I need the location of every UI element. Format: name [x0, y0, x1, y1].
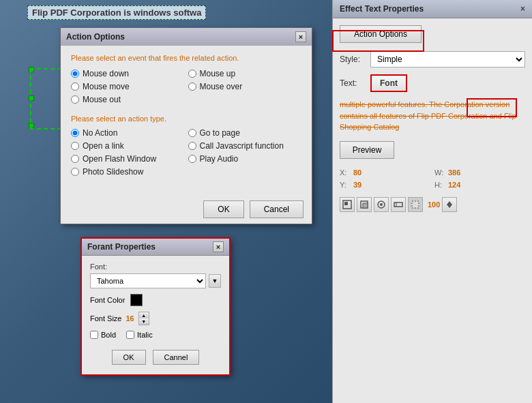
toolbar-row: 100	[340, 197, 525, 212]
italic-label: Italic	[137, 331, 153, 339]
style-select[interactable]: Simple	[370, 51, 525, 68]
event-mouse-out-radio[interactable]	[71, 95, 79, 104]
action-go-to-page-radio[interactable]	[188, 129, 196, 137]
event-radio-group: Mouse down Mouse up Mouse move Mouse ove…	[71, 69, 301, 104]
svg-marker-9	[447, 201, 452, 205]
action-play-audio-radio[interactable]	[188, 155, 196, 163]
font-ok-button[interactable]: OK	[112, 350, 146, 365]
action-no-action-radio[interactable]	[71, 129, 79, 137]
action-go-to-page-label: Go to page	[200, 128, 240, 138]
right-panel-close[interactable]: ×	[520, 4, 525, 14]
action-dialog-footer: OK Cancel	[61, 195, 312, 224]
font-size-row: Font Size 16 ▲ ▼	[90, 312, 221, 325]
action-play-audio-label: Play Audio	[200, 154, 239, 164]
toolbar-btn-4[interactable]	[391, 197, 406, 212]
event-mouse-up-label: Mouse up	[200, 69, 236, 78]
font-cancel-button[interactable]: Cannel	[153, 350, 200, 365]
style-row: Style: Simple	[340, 51, 525, 68]
event-mouse-down-radio[interactable]	[71, 70, 79, 78]
event-mouse-down[interactable]: Mouse down	[71, 69, 185, 78]
italic-checkbox-item[interactable]: Italic	[126, 331, 153, 339]
action-open-link[interactable]: Open a link	[71, 141, 185, 151]
font-color-swatch[interactable]	[130, 294, 143, 306]
event-mouse-out[interactable]: Mouse out	[71, 95, 185, 104]
action-ok-button[interactable]: OK	[203, 200, 243, 218]
action-dialog-close[interactable]: ×	[295, 31, 306, 42]
text-label: Text:	[340, 78, 370, 88]
toolbar-btn-2[interactable]	[357, 197, 372, 212]
svg-point-5	[380, 203, 383, 206]
action-options-dialog: Action Options × Please select an event …	[60, 27, 312, 224]
font-color-label: Font Color	[90, 296, 125, 304]
font-properties-dialog: Forant Properties × Font: Tahoma ▼ Font …	[80, 237, 231, 376]
opacity-spinner[interactable]	[442, 197, 457, 212]
action-play-audio[interactable]: Play Audio	[188, 154, 302, 164]
action-open-flash[interactable]: Open Flash Window	[71, 154, 185, 164]
action-radio-group: No Action Go to page Open a link Call Ja…	[71, 128, 301, 177]
action-dialog-title: Action Options	[66, 32, 125, 42]
action-photo-slideshow-radio[interactable]	[71, 168, 79, 176]
bold-checkbox[interactable]	[90, 331, 98, 339]
action-instruction-2: Please select an action type.	[71, 115, 301, 123]
event-mouse-up-radio[interactable]	[188, 70, 196, 78]
font-size-spinner[interactable]: ▲ ▼	[138, 312, 149, 325]
svg-rect-6	[394, 203, 402, 207]
right-panel-titlebar: Effect Text Properties ×	[333, 0, 532, 18]
spinner-up[interactable]: ▲	[139, 312, 149, 318]
italic-checkbox[interactable]	[126, 331, 134, 339]
h-row: H: 124	[434, 181, 525, 189]
toolbar-btn-5[interactable]	[408, 197, 423, 212]
y-row: Y: 39	[340, 181, 430, 189]
font-field-label: Font:	[90, 263, 221, 271]
preview-button[interactable]: Preview	[340, 141, 394, 159]
h-value: 124	[448, 181, 460, 189]
action-call-javascript-radio[interactable]	[188, 142, 196, 150]
style-label: Style:	[340, 55, 370, 64]
action-open-flash-radio[interactable]	[71, 155, 79, 163]
handle-tl[interactable]	[29, 67, 34, 72]
y-label: Y:	[340, 181, 349, 189]
action-open-link-radio[interactable]	[71, 142, 79, 150]
h-label: H:	[434, 181, 444, 189]
x-label: X:	[340, 168, 349, 177]
handle-bl[interactable]	[29, 123, 34, 128]
font-select-row: Tahoma ▼	[90, 273, 221, 288]
toolbar-btn-3[interactable]	[374, 197, 389, 212]
font-size-value: 16	[125, 314, 134, 323]
font-family-select[interactable]: Tahoma	[90, 273, 206, 288]
font-dialog-body: Font: Tahoma ▼ Font Color Font Size 16 ▲…	[82, 256, 229, 374]
action-options-button[interactable]: Action Options	[340, 25, 422, 43]
font-dialog-close[interactable]: ×	[213, 241, 224, 252]
x-value: 80	[353, 168, 361, 177]
handle-ml[interactable]	[29, 95, 34, 101]
toolbar-btn-1[interactable]	[340, 197, 355, 212]
spinner-down[interactable]: ▼	[139, 318, 149, 325]
font-dropdown-btn[interactable]: ▼	[209, 274, 221, 288]
svg-rect-8	[412, 201, 419, 208]
bold-checkbox-item[interactable]: Bold	[90, 331, 116, 339]
action-dialog-titlebar: Action Options ×	[61, 28, 312, 46]
font-dialog-footer: OK Cannel	[90, 346, 221, 368]
event-mouse-move-radio[interactable]	[71, 83, 79, 91]
font-color-row: Font Color	[90, 294, 221, 306]
event-mouse-move[interactable]: Mouse move	[71, 82, 185, 91]
event-mouse-over[interactable]: Mouse over	[188, 82, 302, 91]
bold-label: Bold	[101, 331, 116, 339]
text-content: multiple powerful features. The Corporat…	[340, 99, 525, 133]
font-style-row: Bold Italic	[90, 331, 221, 339]
font-button[interactable]: Font	[370, 74, 407, 92]
font-size-label: Font Size	[90, 314, 121, 323]
opacity-value: 100	[428, 200, 440, 209]
action-no-action[interactable]: No Action	[71, 128, 185, 138]
w-row: W: 386	[434, 168, 525, 177]
w-value: 386	[448, 168, 460, 177]
action-call-javascript[interactable]: Call Javascript function	[188, 141, 302, 151]
w-label: W:	[434, 168, 444, 177]
event-mouse-over-radio[interactable]	[188, 83, 196, 91]
action-cancel-button[interactable]: Cancel	[250, 200, 304, 218]
action-go-to-page[interactable]: Go to page	[188, 128, 302, 138]
event-mouse-down-label: Mouse down	[83, 69, 129, 78]
event-mouse-up[interactable]: Mouse up	[188, 69, 302, 78]
action-photo-slideshow[interactable]: Photo Slideshow	[71, 167, 185, 177]
action-photo-slideshow-label: Photo Slideshow	[83, 167, 143, 177]
